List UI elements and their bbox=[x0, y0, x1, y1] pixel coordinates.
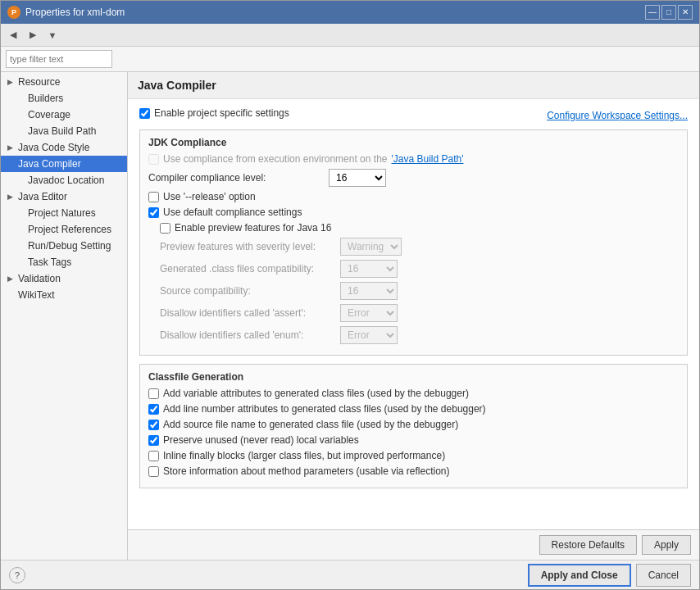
expand-icon: ▶ bbox=[7, 78, 16, 86]
preserve-unused-label[interactable]: Preserve unused (never read) local varia… bbox=[163, 434, 359, 446]
add-source-file-row: Add source file name to generated class … bbox=[148, 419, 679, 430]
preview-severity-label: Preview features with severity level: bbox=[160, 241, 340, 252]
inline-finally-label[interactable]: Inline finally blocks (larger class file… bbox=[163, 450, 445, 461]
use-default-compliance-checkbox[interactable] bbox=[148, 207, 159, 218]
jdk-compliance-section: JDK Compliance Use compliance from execu… bbox=[139, 129, 688, 356]
add-source-file-checkbox[interactable] bbox=[148, 420, 159, 430]
content-scroll: Enable project specific settings Configu… bbox=[128, 99, 699, 529]
preview-severity-dropdown[interactable]: Warning Error bbox=[340, 238, 402, 256]
sidebar-item-java-build-path[interactable]: Java Build Path bbox=[1, 123, 127, 139]
enable-preview-label[interactable]: Enable preview features for Java 16 bbox=[175, 222, 331, 234]
classfile-generation-section: Classfile Generation Add variable attrib… bbox=[139, 364, 688, 488]
sidebar-item-task-tags[interactable]: Task Tags bbox=[1, 254, 127, 270]
back-button[interactable]: ◀ bbox=[4, 26, 22, 44]
sidebar-item-project-references[interactable]: Project References bbox=[1, 221, 127, 238]
properties-window: P Properties for xml-dom — □ ✕ ◀ ▶ ▼ ▶ R… bbox=[0, 0, 700, 590]
sidebar-item-label: Java Editor bbox=[18, 191, 67, 202]
minimize-button[interactable]: — bbox=[645, 5, 660, 20]
sidebar-item-coverage[interactable]: Coverage bbox=[1, 107, 127, 123]
disallow-enum-row: Disallow identifiers called 'enum': Erro… bbox=[148, 326, 679, 344]
sidebar-item-java-code-style[interactable]: ▶ Java Code Style bbox=[1, 139, 127, 156]
sidebar-item-label: WikiText bbox=[18, 289, 55, 301]
sidebar-item-javadoc-location[interactable]: Javadoc Location bbox=[1, 172, 127, 188]
enable-specific-checkbox[interactable] bbox=[139, 108, 150, 119]
sidebar-item-validation[interactable]: ▶ Validation bbox=[1, 270, 127, 287]
add-line-number-row: Add line number attributes to generated … bbox=[148, 403, 679, 415]
cancel-button[interactable]: Cancel bbox=[636, 564, 691, 587]
footer-bar: ? Apply and Close Cancel bbox=[1, 560, 699, 589]
add-variable-checkbox[interactable] bbox=[148, 388, 159, 399]
enable-specific-label[interactable]: Enable project specific settings bbox=[154, 107, 289, 119]
source-compat-dropdown[interactable]: 16 bbox=[340, 282, 398, 300]
filter-input[interactable] bbox=[6, 50, 112, 68]
main-content: ▶ Resource Builders Coverage Java Build … bbox=[1, 72, 699, 560]
use-release-label[interactable]: Use '--release' option bbox=[163, 191, 256, 202]
expand-icon: ▶ bbox=[7, 275, 16, 283]
enable-specific-row: Enable project specific settings Configu… bbox=[139, 107, 688, 123]
enable-preview-row: Enable preview features for Java 16 bbox=[148, 222, 679, 234]
menu-button[interactable]: ▼ bbox=[43, 26, 61, 44]
apply-and-close-button[interactable]: Apply and Close bbox=[528, 564, 631, 587]
generated-class-label: Generated .class files compatibility: bbox=[160, 263, 340, 275]
title-bar-left: P Properties for xml-dom bbox=[7, 6, 125, 19]
sidebar-item-label: Javadoc Location bbox=[28, 175, 104, 186]
add-source-file-label[interactable]: Add source file name to generated class … bbox=[163, 419, 458, 430]
window-controls: — □ ✕ bbox=[645, 5, 693, 20]
inline-finally-row: Inline finally blocks (larger class file… bbox=[148, 450, 679, 461]
store-method-params-label[interactable]: Store information about method parameter… bbox=[163, 465, 450, 477]
footer-buttons: Apply and Close Cancel bbox=[528, 564, 691, 587]
use-execution-env-label: Use compliance from execution environmen… bbox=[163, 153, 387, 165]
use-default-compliance-row: Use default compliance settings bbox=[148, 206, 679, 218]
content-header: Java Compiler bbox=[128, 72, 699, 99]
add-variable-label[interactable]: Add variable attributes to generated cla… bbox=[163, 388, 469, 399]
sidebar: ▶ Resource Builders Coverage Java Build … bbox=[1, 72, 128, 560]
enable-preview-checkbox[interactable] bbox=[160, 223, 170, 234]
sidebar-item-project-natures[interactable]: Project Natures bbox=[1, 205, 127, 221]
sidebar-item-run-debug[interactable]: Run/Debug Setting bbox=[1, 238, 127, 254]
preserve-unused-checkbox[interactable] bbox=[148, 435, 159, 446]
sidebar-item-wikitext[interactable]: WikiText bbox=[1, 287, 127, 303]
compiler-compliance-dropdown[interactable]: 16 15 14 11 bbox=[329, 169, 386, 187]
maximize-button[interactable]: □ bbox=[661, 5, 676, 20]
restore-defaults-button[interactable]: Restore Defaults bbox=[539, 535, 637, 555]
inline-finally-checkbox[interactable] bbox=[148, 451, 159, 461]
disallow-assert-row: Disallow identifiers called 'assert': Er… bbox=[148, 304, 679, 322]
store-method-params-checkbox[interactable] bbox=[148, 466, 159, 477]
title-bar: P Properties for xml-dom — □ ✕ bbox=[1, 1, 699, 24]
use-default-compliance-label[interactable]: Use default compliance settings bbox=[163, 206, 302, 218]
filter-bar bbox=[1, 47, 699, 72]
add-line-number-checkbox[interactable] bbox=[148, 404, 159, 415]
sidebar-item-label: Task Tags bbox=[28, 256, 71, 268]
use-release-checkbox[interactable] bbox=[148, 192, 159, 202]
apply-button[interactable]: Apply bbox=[642, 535, 691, 555]
sidebar-item-java-compiler[interactable]: Java Compiler bbox=[1, 156, 127, 172]
sidebar-item-label: Java Compiler bbox=[18, 158, 81, 170]
add-line-number-label[interactable]: Add line number attributes to generated … bbox=[163, 403, 486, 415]
java-build-path-link[interactable]: 'Java Build Path' bbox=[391, 153, 463, 165]
sidebar-item-label: Java Build Path bbox=[28, 125, 96, 137]
content-title: Java Compiler bbox=[138, 79, 689, 92]
sidebar-item-label: Run/Debug Setting bbox=[28, 240, 111, 252]
generated-class-dropdown[interactable]: 16 bbox=[340, 260, 398, 278]
preserve-unused-row: Preserve unused (never read) local varia… bbox=[148, 434, 679, 446]
add-variable-row: Add variable attributes to generated cla… bbox=[148, 388, 679, 399]
sidebar-item-java-editor[interactable]: ▶ Java Editor bbox=[1, 188, 127, 205]
sidebar-item-label: Validation bbox=[18, 273, 61, 284]
disallow-assert-label: Disallow identifiers called 'assert': bbox=[160, 307, 340, 319]
expand-icon: ▶ bbox=[7, 143, 16, 152]
help-button[interactable]: ? bbox=[9, 567, 25, 583]
disallow-enum-dropdown[interactable]: Error bbox=[340, 326, 398, 344]
configure-workspace-link[interactable]: Configure Workspace Settings... bbox=[547, 110, 688, 121]
sidebar-item-builders[interactable]: Builders bbox=[1, 90, 127, 107]
content-area: Java Compiler Enable project specific se… bbox=[128, 72, 699, 560]
forward-button[interactable]: ▶ bbox=[24, 26, 42, 44]
use-release-row: Use '--release' option bbox=[148, 191, 679, 202]
sidebar-item-resource[interactable]: ▶ Resource bbox=[1, 74, 127, 90]
use-execution-env-checkbox[interactable] bbox=[148, 154, 159, 165]
sidebar-item-label: Project Natures bbox=[28, 207, 96, 219]
close-button[interactable]: ✕ bbox=[678, 5, 693, 20]
expand-icon: ▶ bbox=[7, 193, 16, 201]
disallow-assert-dropdown[interactable]: Error bbox=[340, 304, 398, 322]
jdk-compliance-title: JDK Compliance bbox=[148, 137, 679, 148]
sidebar-item-label: Resource bbox=[18, 76, 60, 88]
